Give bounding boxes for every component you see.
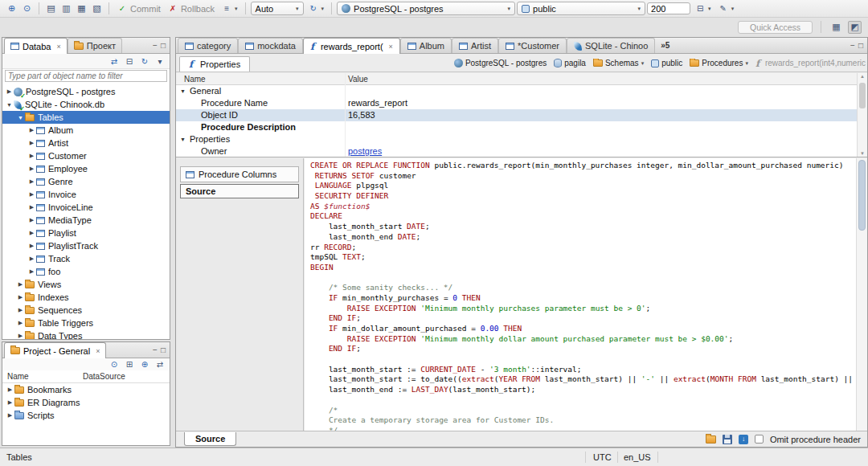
maximize-view-icon[interactable]: □	[858, 41, 863, 50]
source-scrollbar[interactable]	[856, 158, 867, 431]
new-connection-icon[interactable]: ⊕	[5, 2, 18, 15]
link-with-editor-icon[interactable]: ⇄	[108, 55, 120, 67]
editor-tab-category[interactable]: category	[178, 38, 238, 53]
property-row-owner[interactable]: Ownerpostgres	[176, 145, 867, 157]
edit-button[interactable]: ✎▾	[715, 2, 737, 16]
tree-item-playlisttrack[interactable]: ▶PlaylistTrack	[2, 239, 170, 252]
bottom-tab-source[interactable]: Source	[184, 432, 236, 446]
collapsed-arrow-icon[interactable]: ▶	[27, 255, 36, 262]
collapsed-arrow-icon[interactable]: ▶	[27, 153, 36, 159]
tab-properties[interactable]: Properties	[179, 56, 250, 72]
sql-source-editor[interactable]: CREATE OR REPLACE FUNCTION public.reward…	[305, 158, 856, 431]
editor-tab-album[interactable]: Album	[400, 38, 452, 53]
connect-icon[interactable]: ⊙	[20, 2, 34, 15]
minimize-view-icon[interactable]: −	[153, 345, 158, 354]
property-row-procedure-name[interactable]: Procedure Namerewards_report	[176, 97, 867, 109]
collapsed-arrow-icon[interactable]: ▶	[6, 412, 14, 419]
dbeaver-perspective-icon[interactable]: ◩	[848, 21, 862, 34]
tree-item-data-types[interactable]: ▶Data Types	[2, 329, 170, 339]
tree-item-artist[interactable]: ▶Artist	[2, 137, 170, 149]
collapsed-arrow-icon[interactable]: ▶	[6, 386, 14, 393]
add-icon[interactable]: ⊕	[139, 358, 150, 371]
tree-item-views[interactable]: ▶Views	[2, 278, 170, 291]
tree-item-track[interactable]: ▶Track	[2, 252, 170, 265]
expanded-arrow-icon[interactable]: ▼	[180, 88, 186, 94]
tree-item-invoice[interactable]: ▶Invoice	[2, 188, 170, 201]
scrollbar-thumb[interactable]	[859, 83, 866, 108]
collapsed-arrow-icon[interactable]: ▶	[27, 268, 36, 275]
collapsed-arrow-icon[interactable]: ▶	[16, 320, 25, 326]
sql-editor-icon[interactable]: ▤	[44, 2, 58, 15]
collapsed-arrow-icon[interactable]: ▶	[27, 178, 36, 185]
tree-item-table-triggers[interactable]: ▶Table Triggers	[2, 317, 170, 329]
expand-all-icon[interactable]: ⊞	[124, 358, 135, 371]
load-from-file-icon[interactable]	[706, 435, 716, 444]
open-sql-script-icon[interactable]: ▦	[75, 2, 88, 15]
transaction-log-button[interactable]: ≡▾	[219, 2, 240, 16]
breadcrumb-item-pagila[interactable]: pagila	[554, 59, 586, 67]
property-row-general[interactable]: ▼General	[176, 85, 867, 97]
expanded-arrow-icon[interactable]: ▼	[5, 102, 14, 108]
collapsed-arrow-icon[interactable]: ▶	[16, 294, 25, 300]
collapsed-arrow-icon[interactable]: ▶	[6, 399, 14, 406]
tree-item-indexes[interactable]: ▶Indexes	[2, 291, 170, 304]
collapsed-arrow-icon[interactable]: ▶	[5, 88, 14, 95]
editor-tab-customer[interactable]: *Customer	[498, 38, 567, 53]
tree-item-customer[interactable]: ▶Customer	[2, 149, 170, 162]
tree-item-sqlite-chinook-db[interactable]: ▼SQLite - Chinook.db	[2, 98, 170, 111]
open-perspective-icon[interactable]: ▦	[829, 21, 843, 34]
tab-projects[interactable]: Проект	[68, 38, 122, 53]
scrollbar-thumb[interactable]	[858, 160, 866, 231]
refresh-icon[interactable]: ↻	[139, 55, 150, 67]
editor-tab-mockdata[interactable]: mockdata	[238, 38, 303, 53]
object-filter-input[interactable]	[5, 70, 167, 82]
tab-overflow-indicator[interactable]: »5	[661, 41, 669, 50]
property-row-procedure-description[interactable]: Procedure Description	[176, 121, 867, 133]
collapsed-arrow-icon[interactable]: ▶	[27, 204, 36, 211]
collapsed-arrow-icon[interactable]: ▶	[27, 243, 36, 249]
recent-sql-editor-icon[interactable]: ▧	[90, 2, 104, 15]
project-item-bookmarks[interactable]: ▶Bookmarks	[2, 383, 170, 396]
view-menu-icon[interactable]: ▾	[154, 55, 166, 67]
status-timezone[interactable]: UTC	[593, 452, 612, 462]
filter-button[interactable]: ⊟▾	[692, 2, 714, 16]
breadcrumb-item-public[interactable]: public	[651, 59, 682, 67]
collapsed-arrow-icon[interactable]: ▶	[16, 307, 25, 313]
quick-access-field[interactable]: Quick Access	[738, 21, 813, 34]
minimize-view-icon[interactable]: −	[153, 41, 158, 50]
fetch-size-input[interactable]	[647, 2, 690, 14]
project-item-scripts[interactable]: ▶Scripts	[2, 409, 170, 422]
tree-item-postgresql-postgres[interactable]: ▶PostgreSQL - postgres	[2, 85, 170, 98]
tree-item-tables[interactable]: ▼Tables	[2, 111, 170, 124]
project-item-er-diagrams[interactable]: ▶ER Diagrams	[2, 396, 170, 409]
schema-combo[interactable]: public▾	[517, 2, 645, 15]
link-with-editor-icon[interactable]: ⇄	[154, 358, 166, 371]
new-sql-editor-icon[interactable]: ▥	[59, 2, 73, 15]
property-row-object-id[interactable]: Object ID16,583	[176, 109, 867, 121]
tree-item-album[interactable]: ▶Album	[2, 124, 170, 137]
breadcrumb-item-procedures[interactable]: Procedures▾	[690, 59, 748, 67]
collapsed-arrow-icon[interactable]: ▶	[27, 230, 36, 236]
save-to-file-icon[interactable]	[723, 435, 732, 444]
property-value[interactable]: postgres	[348, 146, 382, 156]
commit-button[interactable]: ✓Commit	[114, 2, 163, 16]
collapsed-arrow-icon[interactable]: ▶	[27, 140, 36, 146]
gear-icon[interactable]: ⊙	[108, 358, 120, 371]
close-tab-icon[interactable]: ×	[56, 43, 60, 51]
close-tab-icon[interactable]: ×	[389, 43, 393, 51]
rollback-button[interactable]: ✗Rollback	[165, 2, 217, 16]
tab-procedure-columns[interactable]: Procedure Columns	[180, 166, 299, 182]
collapsed-arrow-icon[interactable]: ▶	[27, 127, 36, 133]
connection-combo[interactable]: PostgreSQL - postgres▾	[337, 2, 515, 15]
editor-tab-artist[interactable]: Artist	[452, 38, 498, 53]
tree-item-invoiceline[interactable]: ▶InvoiceLine	[2, 201, 170, 214]
breadcrumb-item-schemas[interactable]: Schemas▾	[593, 59, 644, 67]
collapsed-arrow-icon[interactable]: ▶	[27, 166, 36, 172]
maximize-view-icon[interactable]: □	[161, 41, 166, 50]
tree-item-employee[interactable]: ▶Employee	[2, 162, 170, 175]
collapsed-arrow-icon[interactable]: ▶	[16, 281, 25, 288]
collapsed-arrow-icon[interactable]: ▶	[16, 333, 25, 339]
collapse-all-icon[interactable]: ⊟	[124, 55, 135, 67]
close-tab-icon[interactable]: ×	[96, 347, 100, 355]
status-locale[interactable]: en_US	[624, 452, 651, 462]
